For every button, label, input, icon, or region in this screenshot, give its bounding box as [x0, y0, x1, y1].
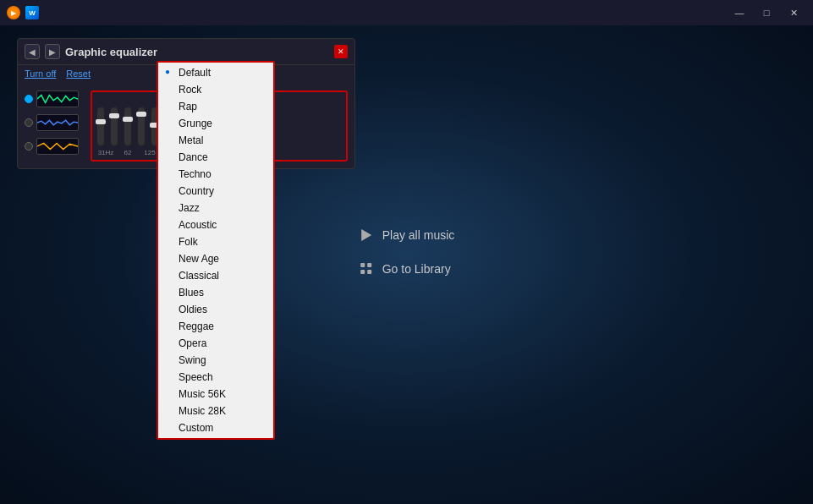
equalizer-title: Graphic equalizer: [65, 46, 329, 58]
preset-item-7[interactable]: Country: [158, 183, 273, 200]
preset-item-17[interactable]: Swing: [158, 352, 273, 369]
preset-item-18[interactable]: Speech: [158, 369, 273, 386]
main-content: Play all music Go to Library: [352, 224, 462, 280]
eq-prev-button[interactable]: ◀: [25, 44, 40, 59]
preset-item-11[interactable]: New Age: [158, 250, 273, 267]
preset-item-1[interactable]: Rock: [158, 81, 273, 98]
title-bar-left: ▶ W: [7, 6, 39, 19]
library-grid-icon: [360, 263, 372, 275]
library-icon: [359, 261, 374, 277]
slider-col-4: [138, 107, 145, 145]
freq-label-3: 125: [141, 149, 158, 156]
window-controls: — □ ✕: [727, 4, 806, 21]
eq-radio-3[interactable]: [25, 142, 33, 151]
preset-item-21[interactable]: Custom: [158, 419, 273, 436]
slider-250hz[interactable]: [138, 107, 145, 145]
preset-item-16[interactable]: Opera: [158, 335, 273, 352]
preset-item-2[interactable]: Rap: [158, 98, 273, 115]
play-triangle: [361, 229, 371, 241]
preset-item-12[interactable]: Classical: [158, 267, 273, 284]
eq-radio-1[interactable]: [25, 95, 33, 103]
close-button[interactable]: ✕: [781, 4, 806, 21]
eq-radio-controls: [25, 90, 84, 162]
app-logo: W: [25, 6, 39, 19]
preset-item-15[interactable]: Reggae: [158, 318, 273, 335]
freq-label-1: 31Hz: [97, 149, 114, 156]
preset-item-0[interactable]: Default: [158, 64, 273, 81]
freq-label-2: 62: [119, 149, 136, 156]
preset-item-9[interactable]: Acoustic: [158, 216, 273, 233]
app-icon: ▶: [7, 6, 20, 19]
preset-item-3[interactable]: Grunge: [158, 115, 273, 132]
slider-62hz[interactable]: [111, 107, 118, 145]
preset-item-20[interactable]: Music 28K: [158, 403, 273, 419]
slider-col-2: [111, 107, 118, 145]
go-to-library-label: Go to Library: [382, 262, 451, 276]
equalizer-close-button[interactable]: ✕: [334, 45, 348, 58]
go-to-library-button[interactable]: Go to Library: [352, 258, 458, 280]
preset-dropdown: DefaultRockRapGrungeMetalDanceTechnoCoun…: [157, 61, 275, 440]
slider-31hz[interactable]: [97, 107, 104, 145]
preset-item-19[interactable]: Music 56K: [158, 386, 273, 403]
slider-col-3: [124, 107, 131, 145]
eq-radio-2[interactable]: [25, 118, 33, 127]
eq-row-1: [25, 90, 84, 107]
preset-item-5[interactable]: Dance: [158, 149, 273, 166]
preset-item-8[interactable]: Jazz: [158, 200, 273, 216]
title-bar: ▶ W — □ ✕: [0, 0, 813, 25]
play-all-label: Play all music: [382, 228, 455, 242]
preset-item-6[interactable]: Techno: [158, 166, 273, 183]
slider-col-1: [97, 107, 104, 145]
preset-item-4[interactable]: Metal: [158, 132, 273, 149]
turn-off-link[interactable]: Turn off: [25, 68, 56, 79]
minimize-button[interactable]: —: [727, 4, 752, 21]
reset-link[interactable]: Reset: [66, 68, 91, 79]
eq-waveform-3: [36, 138, 79, 155]
eq-row-3: [25, 138, 84, 155]
slider-125hz[interactable]: [124, 107, 131, 145]
play-all-icon: [359, 227, 374, 243]
preset-item-14[interactable]: Oldies: [158, 301, 273, 318]
play-all-music-button[interactable]: Play all music: [352, 224, 462, 246]
eq-waveform-1: [36, 90, 79, 107]
preset-item-13[interactable]: Blues: [158, 284, 273, 301]
eq-row-2: [25, 114, 84, 131]
eq-waveform-2: [36, 114, 79, 131]
eq-next-button[interactable]: ▶: [45, 44, 60, 59]
maximize-button[interactable]: □: [754, 4, 779, 21]
preset-item-10[interactable]: Folk: [158, 233, 273, 250]
